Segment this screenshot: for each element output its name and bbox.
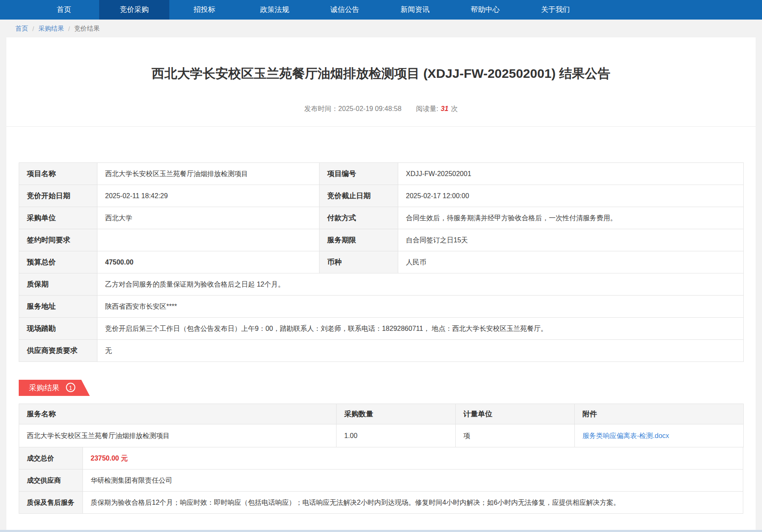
detail-label: 质保期	[19, 273, 97, 296]
detail-value: 西北大学	[97, 207, 320, 229]
table-row: 竞价开始日期 2025-02-11 18:42:29 竞价截止日期 2025-0…	[19, 185, 744, 207]
table-row: 西北大学长安校区玉兰苑餐厅油烟排放检测项目 1.00 项 服务类响应偏离表-检测…	[19, 424, 744, 447]
breadcrumb-section-link[interactable]: 采购结果	[38, 25, 64, 33]
procurement-result-badge: 采购结果 1	[19, 380, 90, 396]
table-row: 采购单位 西北大学 付款方式 合同生效后，待服务期满并经甲方验收合格后，一次性付…	[19, 207, 744, 229]
detail-value: 人民币	[398, 251, 744, 273]
column-header-unit: 计量单位	[456, 404, 575, 424]
nav-item-home[interactable]: 首页	[29, 0, 99, 20]
table-row: 成交供应商 华研检测集团有限责任公司	[19, 469, 743, 492]
breadcrumb-home-link[interactable]: 首页	[15, 25, 28, 33]
nav-item-bidding-purchase[interactable]: 竞价采购	[99, 0, 169, 20]
detail-value: 自合同签订之日15天	[398, 229, 744, 251]
warranty-value: 质保期为验收合格后12个月；响应时效：即时响应（包括电话响应）；电话响应无法解决…	[83, 492, 743, 514]
breadcrumb-separator: /	[68, 25, 70, 32]
badge-label: 采购结果	[29, 384, 60, 392]
breadcrumb: 首页 / 采购结果 / 竞价结果	[0, 20, 762, 37]
detail-value	[97, 229, 320, 251]
breadcrumb-current: 竞价结果	[74, 25, 100, 33]
table-row: 项目名称 西北大学长安校区玉兰苑餐厅油烟排放检测项目 项目编号 XDJJ-FW-…	[19, 163, 744, 185]
publish-time-value: 2025-02-19 09:48:58	[338, 105, 402, 112]
title-divider	[6, 126, 756, 127]
detail-value: 西北大学长安校区玉兰苑餐厅油烟排放检测项目	[97, 163, 320, 185]
views-unit: 次	[451, 105, 458, 112]
publish-info: 发布时间：2025-02-19 09:48:58阅读量:31次	[6, 105, 756, 114]
unit-cell: 项	[456, 424, 575, 447]
page-title: 西北大学长安校区玉兰苑餐厅油烟排放检测项目 (XDJJ-FW-202502001…	[6, 65, 756, 83]
detail-label: 服务期限	[320, 229, 398, 251]
table-row: 服务地址 陕西省西安市长安区****	[19, 296, 744, 318]
column-header-quantity: 采购数量	[337, 404, 456, 424]
service-name-cell: 西北大学长安校区玉兰苑餐厅油烟排放检测项目	[19, 424, 337, 447]
budget-total-price: 47500.00	[97, 251, 320, 273]
detail-label: 预算总价	[19, 251, 97, 273]
nav-item-integrity-notices[interactable]: 诚信公告	[310, 0, 380, 20]
deal-price-number: 23750.00	[91, 455, 119, 462]
nav-item-help-center[interactable]: 帮助中心	[450, 0, 520, 20]
detail-value: XDJJ-FW-202502001	[398, 163, 744, 185]
table-row: 现场踏勘 竞价开启后第三个工作日（包含公告发布日）上午9：00，踏勘联系人：刘老…	[19, 318, 744, 340]
table-header-row: 服务名称 采购数量 计量单位 附件	[19, 404, 744, 424]
deal-price-unit: 元	[121, 455, 128, 462]
badge-count: 1	[66, 383, 75, 392]
attachment-cell: 服务类响应偏离表-检测.docx	[575, 424, 744, 447]
publish-time-label: 发布时间：	[304, 105, 338, 112]
supplier-value: 华研检测集团有限责任公司	[83, 469, 743, 492]
detail-label: 币种	[320, 251, 398, 273]
table-row: 签约时间要求 服务期限 自合同签订之日15天	[19, 229, 744, 251]
table-row: 质保期 乙方对合同服务的质量保证期为验收合格后之日起 12个月。	[19, 273, 744, 296]
nav-item-news[interactable]: 新闻资讯	[380, 0, 450, 20]
detail-label: 服务地址	[19, 296, 97, 318]
nav-item-policies[interactable]: 政策法规	[240, 0, 310, 20]
detail-label: 签约时间要求	[19, 229, 97, 251]
footer-divider	[0, 530, 762, 532]
detail-label: 竞价开始日期	[19, 185, 97, 207]
column-header-service-name: 服务名称	[19, 404, 337, 424]
detail-label: 项目编号	[320, 163, 398, 185]
table-row: 供应商资质要求 无	[19, 340, 744, 362]
detail-value: 陕西省西安市长安区****	[97, 296, 744, 318]
attachment-download-link[interactable]: 服务类响应偏离表-检测.docx	[582, 432, 669, 439]
views-count: 31	[441, 105, 448, 112]
detail-value: 竞价开启后第三个工作日（包含公告发布日）上午9：00，踏勘联系人：刘老师，联系电…	[97, 318, 744, 340]
table-row: 预算总价 47500.00 币种 人民币	[19, 251, 744, 273]
deal-price-value: 23750.00 元	[83, 447, 743, 469]
top-navigation: 首页 竞价采购 招投标 政策法规 诚信公告 新闻资讯 帮助中心 关于我们	[0, 0, 762, 20]
deal-summary-table: 成交总价 23750.00 元 成交供应商 华研检测集团有限责任公司 质保及售后…	[19, 447, 743, 514]
result-table: 服务名称 采购数量 计量单位 附件 西北大学长安校区玉兰苑餐厅油烟排放检测项目 …	[19, 404, 744, 447]
detail-value: 2025-02-11 18:42:29	[97, 185, 320, 207]
table-row: 质保及售后服务 质保期为验收合格后12个月；响应时效：即时响应（包括电话响应）；…	[19, 492, 743, 514]
detail-label: 项目名称	[19, 163, 97, 185]
warranty-label: 质保及售后服务	[19, 492, 83, 514]
detail-label: 供应商资质要求	[19, 340, 97, 362]
nav-item-tenders[interactable]: 招投标	[169, 0, 240, 20]
detail-value: 无	[97, 340, 744, 362]
detail-value: 合同生效后，待服务期满并经甲方验收合格后，一次性付清服务费用。	[398, 207, 744, 229]
deal-price-label: 成交总价	[19, 447, 83, 469]
views-label: 阅读量:	[416, 105, 438, 112]
announcement-card: 西北大学长安校区玉兰苑餐厅油烟排放检测项目 (XDJJ-FW-202502001…	[6, 37, 756, 532]
quantity-cell: 1.00	[337, 424, 456, 447]
project-details-table: 项目名称 西北大学长安校区玉兰苑餐厅油烟排放检测项目 项目编号 XDJJ-FW-…	[19, 162, 744, 362]
detail-label: 竞价截止日期	[320, 185, 398, 207]
detail-label: 现场踏勘	[19, 318, 97, 340]
detail-label: 付款方式	[320, 207, 398, 229]
detail-value: 乙方对合同服务的质量保证期为验收合格后之日起 12个月。	[97, 273, 744, 296]
nav-item-about-us[interactable]: 关于我们	[520, 0, 591, 20]
column-header-attachment: 附件	[575, 404, 744, 424]
detail-label: 采购单位	[19, 207, 97, 229]
detail-value: 2025-02-17 12:00:00	[398, 185, 744, 207]
breadcrumb-separator: /	[32, 25, 34, 32]
table-row: 成交总价 23750.00 元	[19, 447, 743, 469]
supplier-label: 成交供应商	[19, 469, 83, 492]
